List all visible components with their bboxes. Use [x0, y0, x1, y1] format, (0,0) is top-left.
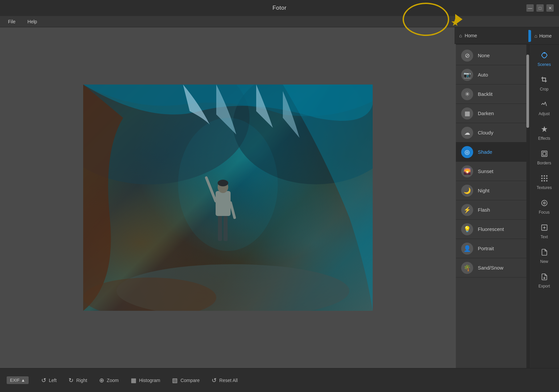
scene-label-flash: Flash	[478, 207, 490, 213]
scene-label-fluorescent: Fluorescent	[478, 226, 504, 232]
scene-icon-none: ⊘	[461, 50, 473, 62]
top-right-home-nav[interactable]: ⌂ Home	[455, 27, 528, 44]
scene-item-night[interactable]: 🌙Night	[456, 181, 526, 200]
scene-icon-sunset: 🌄	[461, 165, 473, 177]
tool-icon-crop	[541, 76, 548, 86]
svg-rect-19	[544, 178, 545, 179]
reset-icon: ↺	[212, 377, 217, 384]
svg-rect-16	[544, 175, 545, 177]
scene-label-auto: Auto	[478, 72, 488, 78]
svg-rect-20	[546, 178, 547, 179]
tool-label-scenes: Scenes	[537, 62, 551, 67]
histogram-label: Histogram	[139, 378, 160, 383]
home-icon: ⌂	[534, 33, 537, 39]
tool-item-textures[interactable]: Textures	[531, 170, 558, 194]
reset-all-button[interactable]: ↺ Reset All	[206, 375, 244, 386]
compare-icon: ▧	[172, 377, 178, 384]
right-side: ⌂ Home ⊘None📷Auto✳Backlit▦Darken☁Cloudy◎…	[456, 27, 559, 368]
scene-item-none[interactable]: ⊘None	[456, 46, 526, 65]
tool-icon-adjust	[541, 101, 548, 110]
tool-item-borders[interactable]: Borders	[531, 146, 558, 170]
canvas-area	[0, 27, 456, 368]
scene-icon-cloudy: ☁	[461, 127, 473, 139]
svg-rect-13	[541, 151, 547, 157]
svg-point-24	[541, 200, 547, 206]
tool-item-effects[interactable]: Effects	[531, 121, 558, 145]
scene-item-cloudy[interactable]: ☁Cloudy	[456, 123, 526, 142]
home-label: Home	[539, 33, 552, 39]
scene-item-fluorescent[interactable]: 💡Fluorescent	[456, 220, 526, 239]
window-controls: — □ ✕	[526, 4, 554, 12]
svg-rect-17	[546, 175, 547, 177]
rotate-right-label: Right	[76, 378, 87, 383]
tool-icon-export	[541, 273, 548, 283]
svg-rect-14	[543, 152, 546, 155]
scrollbar-track[interactable]	[526, 45, 529, 368]
scene-icon-fluorescent: 💡	[461, 223, 473, 235]
tool-label-adjust: Adjust	[539, 111, 550, 116]
home-button[interactable]: ⌂ Home	[531, 31, 555, 41]
histogram-button[interactable]: ▦ Histogram	[125, 375, 166, 386]
tool-icon-effects	[541, 125, 548, 135]
exif-arrow: ▲	[21, 378, 25, 383]
minimize-button[interactable]: —	[526, 4, 534, 12]
tool-item-adjust[interactable]: Adjust	[531, 97, 558, 120]
tool-item-scenes[interactable]: Scenes	[531, 47, 558, 71]
scene-label-cloudy: Cloudy	[478, 130, 493, 135]
scenes-list[interactable]: ⊘None📷Auto✳Backlit▦Darken☁Cloudy◎Shade🌄S…	[456, 45, 526, 368]
svg-point-25	[543, 202, 545, 204]
tool-icon-borders	[541, 150, 548, 159]
scene-item-shade[interactable]: ◎Shade	[456, 142, 526, 162]
rotate-right-button[interactable]: ↻ Right	[63, 375, 93, 386]
menu-file[interactable]: File	[5, 18, 18, 26]
tool-label-export: Export	[538, 284, 550, 289]
scene-item-darken[interactable]: ▦Darken	[456, 104, 526, 123]
scene-icon-flash: ⚡	[461, 204, 473, 216]
tool-item-export[interactable]: Export	[531, 269, 558, 293]
tool-label-crop: Crop	[540, 87, 548, 92]
svg-rect-15	[541, 175, 542, 177]
home-nav-icon: ⌂	[459, 33, 462, 38]
scene-label-backlit: Backlit	[478, 91, 492, 97]
cave-svg	[83, 85, 373, 311]
tool-item-focus[interactable]: Focus	[531, 195, 558, 219]
scene-item-backlit[interactable]: ✳Backlit	[456, 85, 526, 104]
scene-item-flash[interactable]: ⚡Flash	[456, 200, 526, 220]
reset-label: Reset All	[219, 378, 238, 383]
scene-item-sand_snow[interactable]: 🌴Sand/Snow	[456, 258, 526, 278]
scene-item-portrait[interactable]: 👤Portrait	[456, 239, 526, 258]
scene-label-none: None	[478, 53, 490, 58]
tool-label-borders: Borders	[537, 161, 551, 165]
tool-item-crop[interactable]: Crop	[531, 72, 558, 96]
tool-label-effects: Effects	[538, 136, 550, 141]
rotate-left-button[interactable]: ↺ Left	[35, 375, 63, 386]
scene-label-darken: Darken	[478, 110, 494, 116]
home-nav-label: Home	[465, 33, 477, 38]
svg-point-11	[178, 118, 278, 251]
tool-icon-focus	[541, 199, 548, 209]
tool-icon-textures	[541, 175, 548, 184]
close-button[interactable]: ✕	[546, 4, 554, 12]
scene-label-night: Night	[478, 188, 489, 193]
scene-icon-sand_snow: 🌴	[461, 262, 473, 274]
histogram-icon: ▦	[131, 377, 136, 384]
tool-item-text[interactable]: Text	[531, 220, 558, 244]
tool-label-text: Text	[540, 235, 548, 239]
main-layout: ⌂ Home ⊘None📷Auto✳Backlit▦Darken☁Cloudy◎…	[0, 27, 559, 368]
tool-label-textures: Textures	[537, 185, 552, 190]
maximize-button[interactable]: □	[536, 4, 544, 12]
home-arrow	[455, 14, 463, 25]
tool-item-new[interactable]: New	[531, 244, 558, 268]
scene-item-sunset[interactable]: 🌄Sunset	[456, 162, 526, 181]
zoom-icon: ⊕	[99, 377, 104, 384]
bottom-toolbar: EXIF ▲ ↺ Left ↻ Right ⊕ Zoom ▦ Histogram…	[0, 368, 559, 392]
rotate-left-label: Left	[49, 378, 57, 383]
scene-item-auto[interactable]: 📷Auto	[456, 65, 526, 85]
exif-badge[interactable]: EXIF ▲	[7, 376, 29, 384]
rotate-right-icon: ↻	[69, 377, 74, 384]
scene-icon-portrait: 👤	[461, 243, 473, 255]
compare-button[interactable]: ▧ Compare	[166, 375, 206, 386]
tool-icon-text	[541, 224, 548, 233]
menu-help[interactable]: Help	[25, 18, 40, 26]
zoom-button[interactable]: ⊕ Zoom	[93, 375, 125, 386]
